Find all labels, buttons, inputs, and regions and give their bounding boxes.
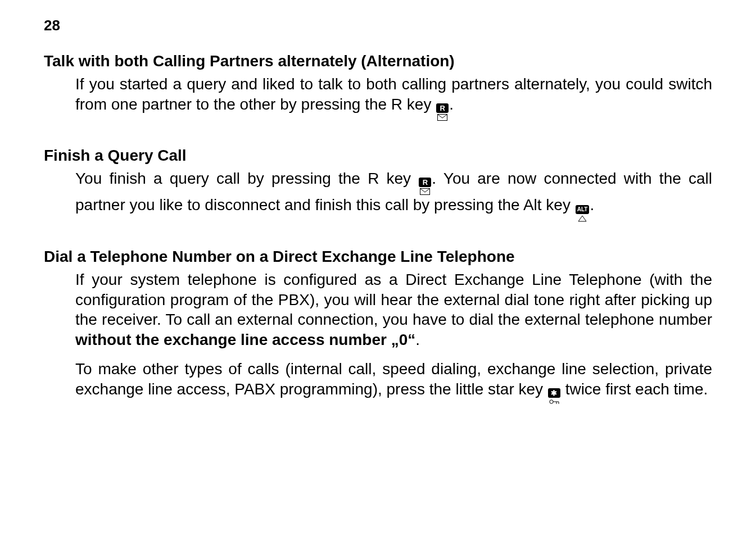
- key-shape-icon: [549, 399, 559, 405]
- text-fragment: .: [590, 196, 594, 214]
- r-key-label: R: [419, 178, 431, 187]
- section-title-finish: Finish a Query Call: [44, 146, 712, 165]
- section-finish-query: Finish a Query Call You finish a query c…: [44, 146, 712, 222]
- r-key-label: R: [436, 103, 449, 113]
- star-key-icon: ✱: [548, 388, 560, 405]
- triangle-icon: [578, 215, 587, 222]
- alt-key-label: ALT: [576, 205, 590, 214]
- document-page: 28 Talk with both Calling Partners alter…: [0, 0, 756, 536]
- svg-point-3: [550, 400, 553, 403]
- paragraph: If your system telephone is configured a…: [75, 270, 712, 350]
- section-alternation: Talk with both Calling Partners alternat…: [44, 51, 712, 121]
- paragraph: If you started a query and liked to talk…: [75, 74, 712, 121]
- r-key-icon: R: [419, 178, 431, 195]
- text-fragment: You finish a query call by pressing the …: [75, 170, 418, 187]
- svg-marker-2: [578, 216, 586, 221]
- section-direct-exchange: Dial a Telephone Number on a Direct Exch…: [44, 247, 712, 405]
- text-fragment: twice first each time.: [561, 380, 708, 398]
- section-title-direct: Dial a Telephone Number on a Direct Exch…: [44, 247, 712, 266]
- section-title-alternation: Talk with both Calling Partners alternat…: [44, 51, 712, 71]
- text-fragment: .: [449, 96, 454, 113]
- r-key-icon: R: [436, 103, 449, 121]
- text-bold: without the exchange line access number …: [75, 331, 415, 348]
- paragraph: You finish a query call by pressing the …: [75, 169, 712, 222]
- text-fragment: .: [415, 331, 420, 348]
- text-fragment: If your system telephone is configured a…: [75, 271, 712, 329]
- alt-key-icon: ALT: [576, 205, 590, 222]
- page-number: 28: [44, 17, 712, 34]
- envelope-icon: [420, 188, 430, 195]
- envelope-icon: [437, 114, 447, 121]
- star-key-label: ✱: [548, 388, 560, 398]
- paragraph: To make other types of calls (internal c…: [75, 359, 712, 405]
- text-fragment: If you started a query and liked to talk…: [75, 75, 712, 113]
